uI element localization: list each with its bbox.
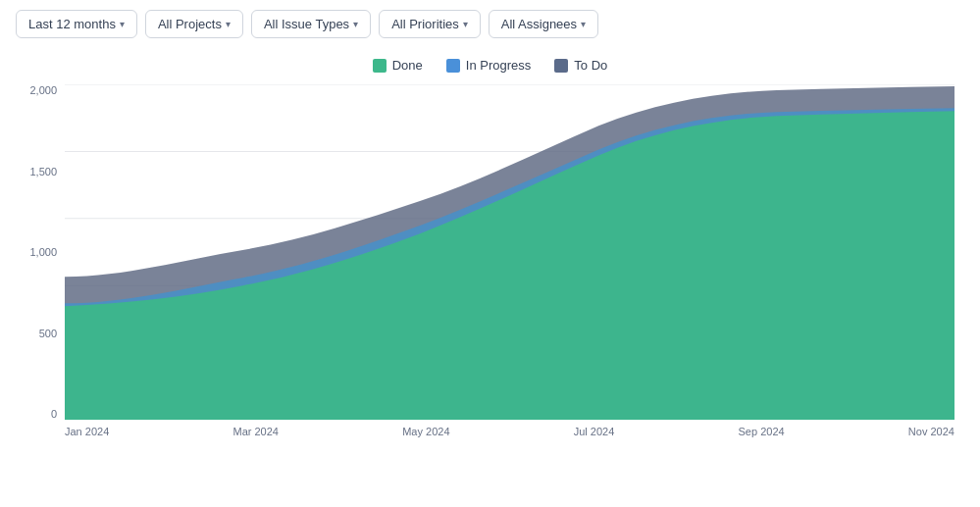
x-label-3: Jul 2024 <box>574 426 615 437</box>
x-label-0: Jan 2024 <box>65 426 109 437</box>
legend-label-done: Done <box>392 58 423 73</box>
y-label-1: 1,500 <box>29 166 57 177</box>
issue-types-filter[interactable]: All Issue Types▾ <box>251 10 371 38</box>
legend-label-in-progress: In Progress <box>466 58 531 73</box>
y-label-4: 0 <box>51 408 57 420</box>
priorities-filter[interactable]: All Priorities▾ <box>379 10 481 38</box>
chevron-down-icon: ▾ <box>120 19 125 29</box>
priorities-filter-label: All Priorities <box>391 17 459 31</box>
legend-label-to-do: To Do <box>574 58 607 73</box>
chart-svg <box>65 84 954 420</box>
filter-toolbar: Last 12 months▾All Projects▾All Issue Ty… <box>0 0 980 48</box>
issue-types-filter-label: All Issue Types <box>264 17 349 31</box>
legend-item-in-progress: In Progress <box>446 58 531 73</box>
projects-filter-label: All Projects <box>158 17 222 31</box>
legend-item-done: Done <box>373 58 423 73</box>
chart-area <box>65 84 954 420</box>
chart-legend: Done In Progress To Do <box>16 58 964 73</box>
legend-color-in-progress <box>446 59 460 73</box>
x-axis: Jan 2024Mar 2024May 2024Jul 2024Sep 2024… <box>65 420 954 447</box>
assignees-filter-label: All Assignees <box>501 17 577 31</box>
legend-color-done <box>373 59 387 73</box>
chart-container: 2,0001,5001,0005000 <box>16 84 964 447</box>
y-label-3: 500 <box>39 328 57 339</box>
time-filter-label: Last 12 months <box>28 17 116 31</box>
chevron-down-icon: ▾ <box>353 19 358 29</box>
x-label-4: Sep 2024 <box>739 426 785 437</box>
y-label-0: 2,000 <box>29 84 57 96</box>
projects-filter[interactable]: All Projects▾ <box>145 10 243 38</box>
legend-item-to-do: To Do <box>554 58 607 73</box>
x-label-1: Mar 2024 <box>232 426 278 437</box>
legend-color-to-do <box>554 59 568 73</box>
y-axis: 2,0001,5001,0005000 <box>16 84 65 420</box>
chart-section: Done In Progress To Do 2,0001,5001,00050… <box>0 58 980 455</box>
time-filter[interactable]: Last 12 months▾ <box>16 10 137 38</box>
chevron-down-icon: ▾ <box>581 19 586 29</box>
assignees-filter[interactable]: All Assignees▾ <box>489 10 598 38</box>
chevron-down-icon: ▾ <box>226 19 231 29</box>
x-label-5: Nov 2024 <box>908 426 954 437</box>
y-label-2: 1,000 <box>29 246 57 258</box>
chevron-down-icon: ▾ <box>463 19 468 29</box>
x-label-2: May 2024 <box>402 426 449 437</box>
